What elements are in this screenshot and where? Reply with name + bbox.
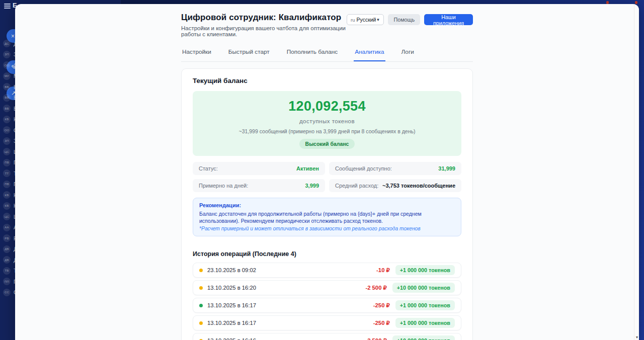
avatar: КВ <box>3 202 11 210</box>
avatar: ДВ <box>3 256 11 264</box>
settings-modal: Цифровой сотрудник: Квалификатор Настрой… <box>15 4 639 340</box>
avatar: ЦС <box>3 148 11 155</box>
hamburger-menu-icon[interactable] <box>4 4 11 9</box>
stat-cell: Средний расход: ~3,753 токенов/сообщение <box>329 179 461 192</box>
operation-amount: -250 ₽ <box>373 320 390 326</box>
stat-cell: Примерно на дней: 3,999 <box>193 179 325 192</box>
stat-value: 3,999 <box>305 183 319 189</box>
stat-label: Примерно на дней: <box>199 183 248 189</box>
history-row[interactable]: 13.10.2025 в 16:17 -250 ₽ +1 000 000 ток… <box>193 315 461 330</box>
recommendations-title: Рекомендации: <box>199 202 455 208</box>
balance-section-title: Текущий баланс <box>193 77 461 84</box>
status-dot-icon <box>199 269 203 272</box>
avatar: ВВ <box>3 83 11 91</box>
operation-tokens-badge: +10 000 000 токенов <box>392 335 455 340</box>
balance-status-badge: Высокий баланс <box>299 139 355 149</box>
avatar: ВВ <box>3 94 11 102</box>
avatar: ЦС <box>3 213 11 220</box>
stat-cell: Сообщений доступно: 31,999 <box>329 162 461 175</box>
scroll-down-arrow-icon[interactable]: ▼ <box>634 335 639 339</box>
avatar: МУ <box>3 72 11 80</box>
tab-bar: Настройки Быстрый старт Пополнить баланс… <box>181 45 473 62</box>
avatar: ДС <box>3 40 11 47</box>
operation-date: 13.10.2025 в 16:20 <box>207 285 256 291</box>
recommendations-note: *Расчет примерный и может отличаться в з… <box>199 226 455 231</box>
token-balance: 120,092,554 <box>198 99 456 114</box>
tab[interactable]: Логи <box>400 45 415 61</box>
avatar: ДВ <box>3 245 11 253</box>
operation-amount: -10 ₽ <box>376 267 390 274</box>
tab[interactable]: Пополнить баланс <box>286 45 339 61</box>
avatar: ПП <box>3 278 11 285</box>
status-dot-icon <box>199 304 203 307</box>
history-list: 23.10.2025 в 09:02 -10 ₽ +1 000 000 токе… <box>193 263 461 340</box>
operation-tokens-badge: +1 000 000 токенов <box>395 300 455 310</box>
history-row[interactable]: 23.10.2025 в 09:02 -10 ₽ +1 000 000 токе… <box>193 263 461 278</box>
balance-box: 120,092,554 доступных токенов ~31,999 со… <box>193 91 461 156</box>
operation-date: 13.10.2025 в 16:17 <box>207 302 256 308</box>
history-row[interactable]: 13.10.2025 в 16:16 -2 500 ₽ +10 000 000 … <box>193 333 461 340</box>
operation-amount: -2 500 ₽ <box>365 337 386 340</box>
avatar: ОО <box>3 126 11 134</box>
balance-estimate: ~31,999 сообщений (примерно на 3,999 дне… <box>198 128 456 134</box>
avatar: ЗП <box>3 137 11 145</box>
chevron-down-icon: ▼ <box>376 18 380 22</box>
avatar: ПВ <box>3 181 11 188</box>
page-subtitle: Настройки и конфигурация вашего чатбота … <box>181 25 347 37</box>
avatar: ТВ <box>3 267 11 275</box>
operation-amount: -250 ₽ <box>373 302 390 309</box>
our-apps-button[interactable]: Наши приложения <box>424 14 473 25</box>
tab[interactable]: Аналитика <box>354 45 385 61</box>
modal-header: Цифровой сотрудник: Квалификатор Настрой… <box>181 4 473 37</box>
stat-value: Активен <box>296 165 319 172</box>
avatar: КВ <box>3 116 11 123</box>
operation-tokens-badge: +1 000 000 токенов <box>395 265 455 275</box>
help-button[interactable]: Помощь <box>388 14 420 25</box>
tab[interactable]: Быстрый старт <box>227 45 271 61</box>
avatar: ВВ <box>3 105 11 112</box>
page-title: Цифровой сотрудник: Квалификатор <box>181 13 347 23</box>
avatar: АА <box>3 224 11 231</box>
recommendations-body: Баланс достаточен для продолжительной ра… <box>199 210 455 224</box>
operation-tokens-badge: +1 000 000 токенов <box>395 318 455 328</box>
stat-label: Средний расход: <box>335 183 378 189</box>
operation-date: 23.10.2025 в 09:02 <box>207 267 256 273</box>
language-name: Русский <box>357 17 376 23</box>
avatar: СС <box>3 289 11 296</box>
stat-cell: Статус: Активен <box>193 162 325 175</box>
notification-dot <box>635 1 637 4</box>
operation-amount: -2 500 ₽ <box>365 285 386 291</box>
history-title: История операций (Последние 4) <box>193 250 461 258</box>
analytics-card: Текущий баланс 120,092,554 доступных ток… <box>181 68 473 340</box>
avatar: ЗП <box>3 51 11 58</box>
history-row[interactable]: 13.10.2025 в 16:17 -250 ₽ +1 000 000 ток… <box>193 298 461 313</box>
stat-label: Сообщений доступно: <box>335 165 392 172</box>
operation-date: 13.10.2025 в 16:16 <box>207 337 256 340</box>
token-balance-caption: доступных токенов <box>198 118 456 124</box>
operation-date: 13.10.2025 в 16:17 <box>207 320 256 326</box>
stat-value: ~3,753 токенов/сообщение <box>382 183 455 189</box>
status-dot-icon <box>199 286 203 290</box>
history-row[interactable]: 13.10.2025 в 16:20 -2 500 ₽ +10 000 000 … <box>193 280 461 295</box>
language-code: ru <box>351 17 355 23</box>
avatar: ОО <box>3 61 11 69</box>
operation-tokens-badge: +10 000 000 токенов <box>392 283 455 293</box>
avatar: ПВ <box>3 159 11 166</box>
avatar: ТТ <box>3 169 11 177</box>
stats-grid: Статус: Активен Сообщений доступно: 31,9… <box>193 162 461 192</box>
scrollbar[interactable]: ▼ <box>634 4 639 340</box>
status-dot-icon <box>199 321 203 325</box>
tab[interactable]: Настройки <box>181 45 212 61</box>
stat-label: Статус: <box>199 165 218 172</box>
recommendations-box: Рекомендации: Баланс достаточен для прод… <box>193 198 461 236</box>
stat-value: 31,999 <box>438 165 455 172</box>
avatar: КВ <box>3 191 11 199</box>
avatar: РВ <box>3 234 11 242</box>
language-select[interactable]: ruРусский ▼ <box>347 14 384 25</box>
